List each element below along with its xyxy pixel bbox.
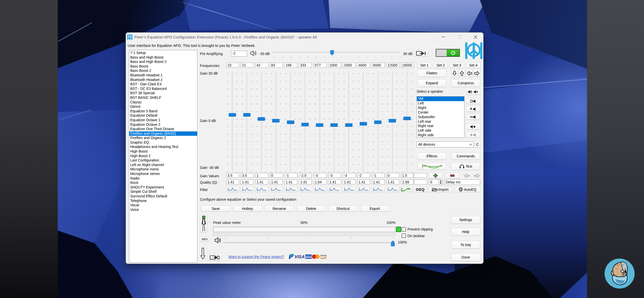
svg-text:DISCOVER: DISCOVER (320, 255, 327, 256)
svg-text:VISA: VISA (295, 254, 305, 259)
svg-text:o: o (402, 187, 403, 190)
